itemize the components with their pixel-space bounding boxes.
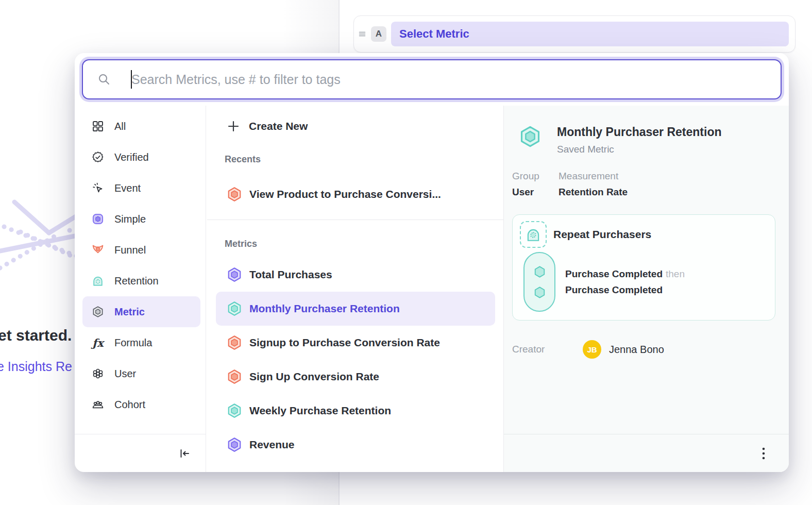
funnel-metric-icon [227,187,242,202]
retention-arch-icon [92,275,104,287]
creator-row: Creator JB Jenna Bono [512,340,776,359]
group-value: User [512,187,559,198]
retention-metric-icon [227,403,242,418]
query-letter-badge: A [371,26,386,42]
verified-badge-icon [92,151,104,163]
metric-item[interactable]: Revenue [206,428,503,462]
list-divider [207,220,503,220]
creator-label: Creator [512,344,583,355]
retention-definition-icon [520,221,547,248]
metric-hexagon-icon [92,306,104,318]
metric-item[interactable]: Weekly Purchase Retention [206,394,503,428]
filter-list: All Verified Event [75,106,206,434]
background-headline-fragment: et started. [0,327,72,344]
sidebar-item-cohort[interactable]: Cohort [82,389,200,420]
modal-content: All Verified Event [75,106,789,472]
metric-definition-card: Repeat Purchasers [512,214,775,321]
sidebar-footer [75,434,206,472]
funnel-metric-icon [227,335,242,350]
sidebar-item-funnel[interactable]: Funnel [82,234,200,265]
definition-title: Repeat Purchasers [553,228,651,241]
recents-section-title: Recents [206,154,503,165]
metric-search-box [82,59,782,99]
create-new-button[interactable]: Create New [206,112,503,141]
recent-metric-item[interactable]: View Product to Purchase Conversi... [206,177,503,211]
measurement-label: Measurement [559,171,628,182]
sidebar-item-formula[interactable]: ƒx Formula [82,327,200,358]
select-metric-label: Select Metric [399,27,469,41]
details-title: Monthly Purchaser Retention [557,125,721,139]
simple-metric-icon [227,437,242,452]
simple-metric-icon [92,213,104,225]
step-connector: then [666,268,685,279]
text-caret [131,70,132,89]
definition-step: Purchase Completed [565,284,685,296]
group-label: Group [512,171,559,182]
user-cluster-icon [92,367,104,380]
funnel-metric-icon [227,369,242,384]
creator-name: Jenna Bono [609,344,664,356]
cohort-people-icon [92,398,104,411]
event-cursor-icon [92,182,104,194]
simple-metric-icon [227,267,242,282]
measurement-value: Retention Rate [559,187,628,198]
retention-metric-icon [227,301,242,316]
sidebar-item-simple[interactable]: Simple [82,204,200,234]
funnel-metric-icon [92,244,104,256]
sidebar-item-retention[interactable]: Retention [82,265,200,296]
details-header: Monthly Purchaser Retention Saved Metric [519,125,776,155]
kebab-menu-icon[interactable] [760,445,767,462]
sidebar-item-event[interactable]: Event [82,173,200,204]
plus-icon [227,120,240,133]
details-subtitle: Saved Metric [557,144,721,155]
filter-sidebar: All Verified Event [75,106,206,472]
event-hexagon-icon [533,285,547,299]
search-input[interactable] [131,72,768,87]
sidebar-item-verified[interactable]: Verified [82,142,200,173]
metric-item[interactable]: Signup to Purchase Conversion Rate [206,326,503,360]
metrics-section-title: Metrics [206,239,503,249]
sidebar-item-user[interactable]: User [82,358,200,389]
metric-picker-modal: All Verified Event [75,53,789,472]
metric-query-row: A Select Metric [353,15,796,53]
event-sequence-capsule [523,252,555,312]
event-hexagon-icon [533,265,547,279]
details-footer [504,434,789,472]
metric-list-panel: Create New Recents View Product to Purch… [206,106,504,472]
background-link-fragment[interactable]: e Insights Re [0,359,72,374]
creator-avatar: JB [583,340,601,359]
retention-metric-icon-large [519,125,542,148]
metric-details-body: Monthly Purchaser Retention Saved Metric… [504,106,789,434]
metric-item[interactable]: Total Purchases [206,258,503,292]
grid-all-icon [92,120,104,132]
details-meta: Group User Measurement Retention Rate [512,171,776,198]
formula-fx-icon: ƒx [92,336,104,349]
select-metric-button[interactable]: Select Metric [391,22,789,46]
collapse-sidebar-icon[interactable] [179,448,190,459]
definition-step: Purchase Completedthen [565,268,685,280]
search-icon [97,73,111,86]
sidebar-item-all[interactable]: All [82,111,200,142]
metric-item-selected[interactable]: Monthly Purchaser Retention [216,292,495,326]
drag-handle-icon[interactable] [358,30,366,38]
sidebar-item-metric[interactable]: Metric [82,296,200,327]
metric-item[interactable]: Sign Up Conversion Rate [206,360,503,394]
metric-details-panel: Monthly Purchaser Retention Saved Metric… [504,106,789,472]
